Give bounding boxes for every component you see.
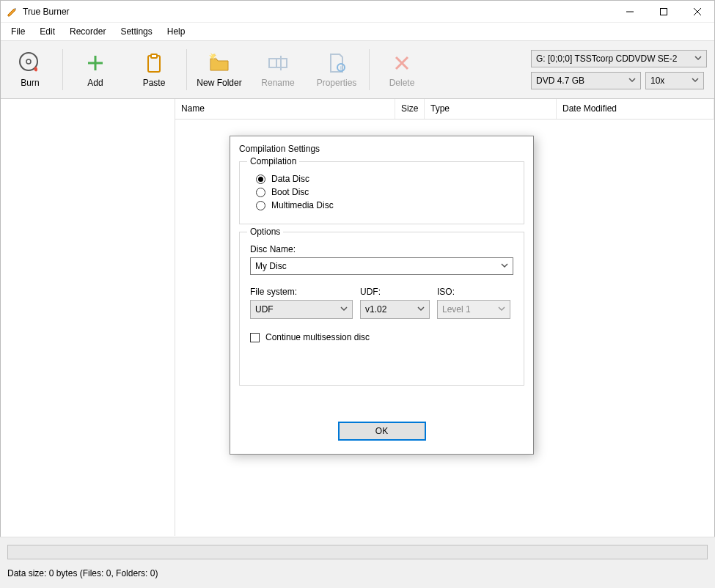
speed-selector[interactable]: 10x	[645, 72, 704, 89]
title-bar: True Burner	[1, 1, 714, 23]
newfolder-label: New Folder	[197, 78, 241, 88]
add-button[interactable]: Add	[66, 40, 125, 99]
rename-label: Rename	[261, 78, 294, 88]
rename-icon	[266, 51, 290, 75]
new-folder-icon	[208, 51, 231, 75]
paste-button[interactable]: Paste	[125, 40, 183, 99]
compilation-settings-dialog: Compilation Settings Compilation Data Di…	[230, 136, 534, 455]
svg-rect-11	[269, 59, 281, 67]
properties-label: Properties	[317, 78, 357, 88]
col-size[interactable]: Size	[395, 99, 425, 119]
radio-boot-label: Boot Disc	[271, 187, 309, 197]
toolbar-separator	[369, 49, 370, 90]
compilation-group: Compilation Data Disc Boot Disc Multimed…	[239, 161, 524, 224]
compilation-group-label: Compilation	[247, 156, 299, 166]
speed-value: 10x	[650, 76, 664, 86]
filesystem-select[interactable]: UDF	[250, 300, 353, 319]
menu-file[interactable]: File	[5, 25, 31, 38]
radio-boot-disc[interactable]: Boot Disc	[256, 187, 507, 197]
status-text: Data size: 0 bytes (Files: 0, Folders: 0…	[7, 568, 708, 578]
chevron-down-icon	[417, 304, 425, 315]
properties-button: i Properties	[307, 40, 366, 99]
svg-rect-1	[661, 8, 667, 15]
status-bar: Data size: 0 bytes (Files: 0, Folders: 0…	[0, 537, 715, 588]
radio-multimedia-disc[interactable]: Multimedia Disc	[256, 200, 507, 210]
svg-text:i: i	[340, 65, 342, 71]
iso-label: ISO:	[437, 287, 510, 297]
delete-button: Delete	[373, 40, 431, 99]
close-button[interactable]	[681, 1, 714, 23]
menu-recorder[interactable]: Recorder	[64, 25, 111, 38]
chevron-down-icon	[694, 54, 702, 64]
udf-select[interactable]: v1.02	[360, 300, 430, 319]
device-value: G: [0;0;0] TSSTcorp CDDVDW SE-2	[536, 54, 678, 64]
chevron-down-icon	[501, 261, 508, 271]
iso-select: Level 1	[437, 300, 510, 319]
disc-name-value: My Disc	[255, 261, 287, 271]
filesystem-value: UDF	[255, 304, 274, 315]
menu-edit[interactable]: Edit	[34, 25, 61, 38]
media-value: DVD 4.7 GB	[536, 76, 584, 86]
chevron-down-icon	[340, 304, 348, 315]
maximize-button[interactable]	[647, 1, 681, 23]
plus-icon	[84, 51, 107, 75]
disc-name-input[interactable]: My Disc	[250, 257, 513, 275]
ok-button[interactable]: OK	[338, 422, 426, 441]
menu-settings[interactable]: Settings	[114, 25, 158, 38]
udf-value: v1.02	[365, 304, 386, 315]
disc-burn-icon	[18, 51, 42, 75]
drive-panel: G: [0;0;0] TSSTcorp CDDVDW SE-2 DVD 4.7 …	[531, 44, 707, 95]
radio-icon	[256, 201, 265, 210]
filesystem-label: File system:	[250, 287, 353, 297]
delete-label: Delete	[389, 78, 415, 88]
checkbox-icon	[250, 333, 260, 342]
clipboard-icon	[142, 51, 166, 75]
minimize-icon	[626, 8, 634, 15]
radio-icon	[256, 188, 265, 197]
col-name[interactable]: Name	[175, 99, 395, 119]
list-header: Name Size Type Date Modified	[175, 99, 714, 120]
options-group: Options Disc Name: My Disc File system: …	[239, 232, 524, 386]
radio-data-disc[interactable]: Data Disc	[256, 174, 507, 184]
menu-help[interactable]: Help	[161, 25, 191, 38]
app-logo-icon	[7, 6, 18, 18]
iso-value: Level 1	[442, 304, 471, 315]
media-selector[interactable]: DVD 4.7 GB	[531, 72, 641, 89]
radio-icon	[256, 174, 265, 184]
tree-pane[interactable]	[1, 99, 175, 536]
toolbar-separator	[186, 49, 187, 90]
radio-multimedia-label: Multimedia Disc	[271, 200, 334, 210]
delete-icon	[390, 51, 414, 75]
maximize-icon	[660, 8, 667, 15]
minimize-button[interactable]	[613, 1, 647, 23]
col-date[interactable]: Date Modified	[557, 99, 714, 119]
window-title: True Burner	[23, 7, 70, 17]
svg-point-5	[26, 59, 31, 64]
close-icon	[694, 8, 701, 15]
multisession-label: Continue multisession disc	[265, 332, 370, 342]
newfolder-button[interactable]: New Folder	[190, 40, 249, 99]
chevron-down-icon	[692, 76, 699, 86]
burn-button[interactable]: Burn	[1, 40, 59, 99]
rename-button: Rename	[249, 40, 307, 99]
svg-rect-9	[151, 54, 157, 58]
options-group-label: Options	[247, 227, 283, 237]
udf-label: UDF:	[360, 287, 430, 297]
burn-label: Burn	[21, 78, 39, 88]
ok-label: OK	[375, 426, 388, 436]
disc-name-label: Disc Name:	[250, 244, 513, 254]
menu-bar: File Edit Recorder Settings Help	[1, 23, 714, 40]
device-selector[interactable]: G: [0;0;0] TSSTcorp CDDVDW SE-2	[531, 50, 707, 67]
toolbar-separator	[62, 49, 63, 90]
radio-data-label: Data Disc	[271, 174, 309, 184]
col-type[interactable]: Type	[425, 99, 557, 119]
chevron-down-icon	[628, 76, 636, 86]
size-progress-bar	[7, 545, 708, 559]
add-label: Add	[87, 78, 103, 88]
toolbar: Burn Add Paste New Folder Rename i Prope…	[1, 40, 714, 99]
chevron-down-icon	[498, 304, 505, 315]
multisession-checkbox[interactable]: Continue multisession disc	[250, 332, 513, 342]
properties-icon: i	[325, 51, 348, 75]
paste-label: Paste	[143, 78, 166, 88]
